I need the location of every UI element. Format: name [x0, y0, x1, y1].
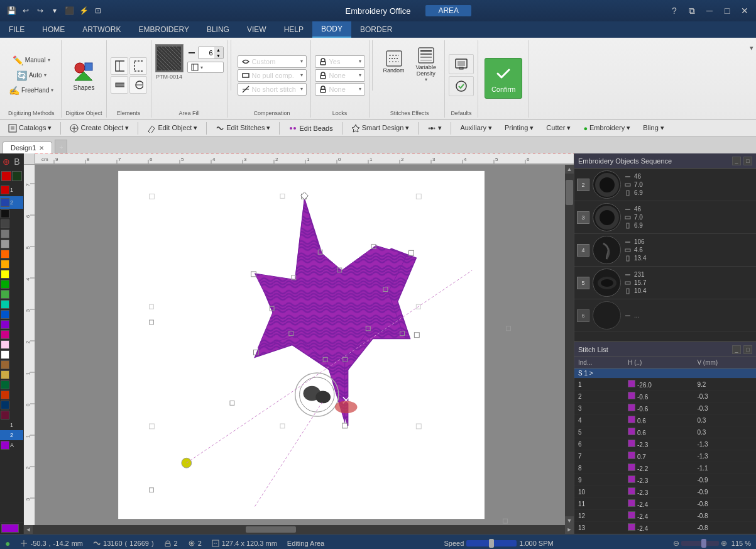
palette-row-1[interactable]: 1 — [0, 184, 23, 196]
digitizing-auto[interactable]: 🔄 Auto ▾ — [13, 69, 50, 82]
toolbar-printing[interactable]: Printing ▾ — [499, 122, 539, 134]
stitch-restore[interactable]: □ — [743, 345, 752, 354]
maximize-btn[interactable]: □ — [721, 4, 733, 17]
eos-item-5[interactable]: 5 231 — [574, 267, 756, 299]
palette-row-22[interactable] — [0, 400, 23, 410]
menu-view[interactable]: VIEW — [238, 21, 275, 38]
palette-row-21[interactable] — [0, 390, 23, 400]
locks-yes-dropdown[interactable]: Yes ▾ — [315, 55, 365, 68]
stitch-length-spinbox[interactable]: ▲ ▼ — [198, 47, 224, 59]
palette-row-23[interactable] — [0, 410, 23, 420]
qat-save[interactable]: 💾 — [5, 4, 18, 17]
restore-down-btn[interactable]: ⧉ — [686, 4, 698, 17]
canvas-hscroll-thumb[interactable] — [246, 526, 296, 533]
canvas-vscroll-thumb[interactable] — [566, 180, 573, 205]
palette-row-7[interactable] — [0, 249, 23, 259]
zoom-out-btn[interactable]: ⊖ — [673, 539, 679, 548]
palette-row-19[interactable] — [0, 370, 23, 380]
palette-row-6[interactable] — [0, 239, 23, 249]
zoom-slider[interactable] — [681, 541, 719, 546]
zoom-in-btn[interactable]: ⊕ — [721, 539, 727, 548]
tab-close[interactable]: ✕ — [39, 145, 44, 152]
qat-btn1[interactable]: ⬛ — [63, 4, 75, 17]
qat-btn2[interactable]: ⚡ — [77, 4, 90, 17]
menu-body[interactable]: BODY — [312, 21, 351, 38]
compensation-shortstitch-dropdown[interactable]: No short stitch ▾ — [238, 83, 307, 96]
speed-slider[interactable] — [466, 540, 517, 546]
stitch-length-input[interactable] — [199, 48, 214, 57]
qat-redo[interactable]: ↪ — [34, 4, 47, 17]
stitch-row-4[interactable]: 4 0.6 0.3 — [574, 414, 756, 426]
stitch-row-1[interactable]: 1 -26.0 9.2 — [574, 379, 756, 391]
palette-row-4[interactable] — [0, 219, 23, 229]
zoom-thumb[interactable] — [701, 539, 706, 548]
element-btn-1[interactable] — [111, 57, 128, 75]
stitch-minimize[interactable]: _ — [732, 345, 741, 354]
palette-row-10[interactable] — [0, 279, 23, 289]
toolbar-create-object[interactable]: Create Object ▾ — [64, 122, 134, 135]
canvas-scroll-down[interactable]: ▼ — [565, 516, 574, 525]
close-btn[interactable]: ✕ — [738, 4, 751, 17]
stitch-row-7[interactable]: 7 0.7 -1.3 — [574, 450, 756, 462]
toolbar-bling[interactable]: Bling ▾ — [637, 122, 670, 134]
menu-home[interactable]: HOME — [33, 21, 74, 38]
palette-row-17[interactable] — [0, 350, 23, 360]
area-fill-dropdown[interactable]: ▾ — [187, 62, 224, 73]
menu-embroidery[interactable]: EMBROIDERY — [129, 21, 197, 38]
toolbar-embroidery[interactable]: ● Embroidery ▾ — [578, 122, 636, 134]
compensation-custom-dropdown[interactable]: Custom ▾ — [238, 55, 307, 68]
eos-item-2[interactable]: 2 46 — [574, 169, 756, 201]
palette-row-20[interactable] — [0, 380, 23, 390]
toolbar-cutter[interactable]: Cutter ▾ — [540, 122, 576, 134]
menu-bling[interactable]: BLING — [198, 21, 238, 38]
palette-row-13[interactable] — [0, 309, 23, 319]
palette-row-a[interactable]: A — [0, 440, 23, 450]
spinbox-down[interactable]: ▼ — [214, 53, 223, 58]
tab-new[interactable]: + — [55, 140, 67, 153]
canvas-content[interactable]: ▲ ▼ — [35, 165, 574, 525]
help-btn[interactable]: ? — [668, 4, 681, 17]
confirm-button[interactable]: Confirm — [485, 58, 523, 99]
palette-row-5[interactable] — [0, 229, 23, 239]
digitizing-freehand[interactable]: ✍️ FreeHand ▾ — [5, 84, 57, 97]
palette-row-9[interactable] — [0, 269, 23, 279]
menu-help[interactable]: HELP — [275, 21, 312, 38]
palette-row-3[interactable] — [0, 209, 23, 219]
eos-restore[interactable]: □ — [743, 157, 752, 165]
locks-none1-dropdown[interactable]: None ▾ — [315, 69, 365, 82]
tool-select[interactable]: ⊕ — [1, 155, 11, 169]
toolbar-smart-design[interactable]: Smart Design ▾ — [346, 122, 415, 135]
stitch-row-5[interactable]: 5 0.6 0.3 — [574, 426, 756, 438]
stitch-row-selected[interactable]: S 1 > — [574, 369, 756, 379]
background-color[interactable] — [12, 171, 22, 181]
palette-row-2-active[interactable]: 2 — [0, 196, 23, 209]
variable-density-btn[interactable]: Variable Density ▾ — [412, 44, 441, 85]
palette-row-14[interactable] — [0, 319, 23, 330]
locks-none2-dropdown[interactable]: None ▾ — [315, 83, 365, 96]
menu-border[interactable]: BORDER — [351, 21, 401, 38]
element-btn-2[interactable] — [111, 76, 128, 94]
stitch-row-3[interactable]: 3 -0.6 -0.3 — [574, 402, 756, 414]
element-btn-3[interactable] — [129, 57, 147, 75]
toolbar-catalogs[interactable]: Catalogs ▾ — [3, 122, 57, 135]
palette-row-8[interactable] — [0, 259, 23, 269]
stitch-row-12[interactable]: 12 -2.4 -0.8 — [574, 510, 756, 522]
palette-row-18[interactable] — [0, 360, 23, 370]
eos-minimize[interactable]: _ — [732, 157, 741, 165]
stitch-row-13[interactable]: 13 -2.4 -0.8 — [574, 522, 756, 534]
speed-thumb[interactable] — [489, 539, 494, 548]
toolbar-edit-object[interactable]: Edit Object ▾ — [141, 122, 203, 135]
toolbar-edit-stitches[interactable]: Edit Stitches ▾ — [210, 122, 276, 135]
canvas-scroll-up[interactable]: ▲ — [565, 165, 574, 174]
element-btn-4[interactable] — [129, 76, 147, 94]
tool-b[interactable]: B — [12, 155, 22, 169]
tab-design1[interactable]: Design1 ✕ — [3, 141, 52, 153]
digitizing-manual[interactable]: ✏️ Manual ▾ — [9, 53, 54, 67]
menu-artwork[interactable]: ARTWORK — [74, 21, 129, 38]
eos-item-6[interactable]: 6 ... — [574, 299, 756, 332]
foreground-color[interactable] — [1, 171, 11, 181]
canvas-scroll-right[interactable]: ► — [565, 525, 574, 534]
defaults-btn2[interactable] — [449, 76, 474, 96]
spinbox-up[interactable]: ▲ — [214, 47, 223, 53]
palette-row-16[interactable] — [0, 340, 23, 350]
